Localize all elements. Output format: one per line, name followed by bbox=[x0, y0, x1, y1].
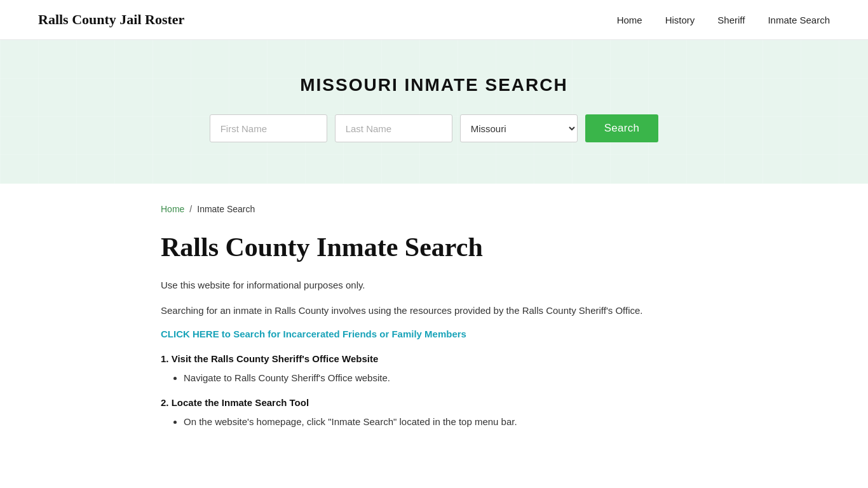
last-name-input[interactable] bbox=[335, 114, 452, 142]
first-name-input[interactable] bbox=[210, 114, 327, 142]
breadcrumb: Home / Inmate Search bbox=[161, 204, 707, 214]
search-banner: MISSOURI INMATE SEARCH Missouri Search bbox=[0, 40, 868, 184]
section-2: 2. Locate the Inmate Search Tool On the … bbox=[161, 397, 707, 430]
list-item: Navigate to Ralls County Sheriff's Offic… bbox=[184, 370, 707, 386]
site-header: Ralls County Jail Roster Home History Sh… bbox=[0, 0, 868, 40]
site-logo[interactable]: Ralls County Jail Roster bbox=[38, 11, 184, 28]
banner-title: MISSOURI INMATE SEARCH bbox=[13, 75, 855, 95]
cta-link[interactable]: CLICK HERE to Search for Incarcerated Fr… bbox=[161, 329, 707, 339]
section-2-list: On the website's homepage, click "Inmate… bbox=[161, 414, 707, 430]
section-1-heading: 1. Visit the Ralls County Sheriff's Offi… bbox=[161, 353, 707, 364]
state-select[interactable]: Missouri bbox=[460, 114, 578, 142]
section-2-heading: 2. Locate the Inmate Search Tool bbox=[161, 397, 707, 408]
breadcrumb-separator: / bbox=[189, 204, 192, 214]
section-1: 1. Visit the Ralls County Sheriff's Offi… bbox=[161, 353, 707, 386]
page-title: Ralls County Inmate Search bbox=[161, 232, 707, 262]
search-button[interactable]: Search bbox=[585, 114, 659, 142]
nav-home[interactable]: Home bbox=[617, 15, 642, 25]
breadcrumb-current: Inmate Search bbox=[197, 204, 255, 214]
nav-sheriff[interactable]: Sheriff bbox=[717, 15, 745, 25]
intro-paragraph-2: Searching for an inmate in Ralls County … bbox=[161, 303, 707, 318]
nav-inmate-search[interactable]: Inmate Search bbox=[768, 15, 830, 25]
search-form: Missouri Search bbox=[13, 114, 855, 142]
intro-paragraph-1: Use this website for informational purpo… bbox=[161, 278, 707, 293]
breadcrumb-home-link[interactable]: Home bbox=[161, 204, 184, 214]
main-content: Home / Inmate Search Ralls County Inmate… bbox=[148, 184, 720, 466]
list-item: On the website's homepage, click "Inmate… bbox=[184, 414, 707, 430]
section-1-list: Navigate to Ralls County Sheriff's Offic… bbox=[161, 370, 707, 386]
nav-history[interactable]: History bbox=[665, 15, 695, 25]
main-nav: Home History Sheriff Inmate Search bbox=[617, 15, 830, 25]
